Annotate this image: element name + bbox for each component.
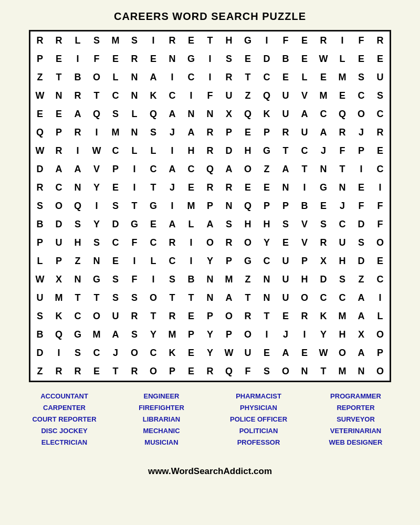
cell-4-10: X <box>219 105 238 123</box>
cell-2-13: E <box>276 68 295 87</box>
cell-0-14: E <box>295 32 314 50</box>
cell-4-18: C <box>371 105 390 123</box>
cell-18-10: Q <box>219 362 238 381</box>
cell-11-4: C <box>106 234 125 252</box>
cell-10-8: L <box>182 215 201 234</box>
cell-10-5: G <box>125 215 144 234</box>
cell-4-6: Q <box>144 105 163 123</box>
cell-9-1: O <box>49 197 68 215</box>
cell-0-11: G <box>238 32 257 50</box>
cell-1-2: I <box>68 50 87 68</box>
cell-0-15: R <box>314 32 333 50</box>
cell-2-9: I <box>201 68 219 87</box>
cell-12-3: N <box>87 252 106 270</box>
cell-0-5: S <box>125 32 144 50</box>
cell-3-3: T <box>87 87 106 105</box>
cell-13-1: X <box>49 270 68 289</box>
cell-8-18: I <box>371 178 390 197</box>
cell-16-7: M <box>163 326 182 344</box>
cell-12-11: G <box>238 252 257 270</box>
cell-15-14: R <box>295 307 314 326</box>
cell-14-16: C <box>333 289 352 307</box>
cell-8-4: E <box>106 178 125 197</box>
cell-12-4: E <box>106 252 125 270</box>
cell-0-9: T <box>201 32 219 50</box>
cell-10-4: D <box>106 215 125 234</box>
cell-5-10: P <box>219 123 238 142</box>
cell-15-16: M <box>333 307 352 326</box>
cell-7-11: O <box>238 160 257 178</box>
cell-14-0: U <box>30 289 49 307</box>
word-item: PROFESSOR <box>237 437 280 448</box>
cell-4-1: E <box>49 105 68 123</box>
cell-18-8: E <box>182 362 201 381</box>
cell-6-12: G <box>257 142 276 160</box>
cell-17-10: W <box>219 344 238 362</box>
cell-18-13: O <box>276 362 295 381</box>
cell-8-9: R <box>201 178 219 197</box>
cell-5-17: J <box>352 123 371 142</box>
cell-12-14: P <box>295 252 314 270</box>
cell-9-3: I <box>87 197 106 215</box>
cell-13-10: M <box>219 270 238 289</box>
cell-14-13: U <box>276 289 295 307</box>
cell-7-7: A <box>163 160 182 178</box>
cell-3-11: Z <box>238 87 257 105</box>
word-item: MUSICIAN <box>144 437 178 448</box>
cell-9-11: Q <box>238 197 257 215</box>
cell-10-12: H <box>257 215 276 234</box>
cell-17-11: U <box>238 344 257 362</box>
page-title: CAREERS WORD SEARCH PUZZLE <box>114 10 306 23</box>
cell-5-7: J <box>163 123 182 142</box>
cell-1-10: S <box>219 50 238 68</box>
cell-10-13: S <box>276 215 295 234</box>
word-item: VETERINARIAN <box>330 425 382 437</box>
cell-13-4: S <box>106 270 125 289</box>
cell-17-0: D <box>30 344 49 362</box>
cell-15-1: K <box>49 307 68 326</box>
cell-2-11: T <box>238 68 257 87</box>
cell-6-1: R <box>49 142 68 160</box>
cell-14-10: A <box>219 289 238 307</box>
cell-8-11: E <box>238 178 257 197</box>
cell-7-10: A <box>219 160 238 178</box>
cell-5-13: R <box>276 123 295 142</box>
cell-7-1: A <box>49 160 68 178</box>
cell-12-15: X <box>314 252 333 270</box>
cell-15-10: O <box>219 307 238 326</box>
cell-4-5: L <box>125 105 144 123</box>
cell-10-16: C <box>333 215 352 234</box>
cell-3-15: M <box>314 87 333 105</box>
cell-9-4: S <box>106 197 125 215</box>
cell-0-8: E <box>182 32 201 50</box>
cell-18-18: O <box>371 362 390 381</box>
cell-18-7: P <box>163 362 182 381</box>
cell-11-1: U <box>49 234 68 252</box>
cell-6-4: C <box>106 142 125 160</box>
cell-14-8: T <box>182 289 201 307</box>
cell-8-7: J <box>163 178 182 197</box>
cell-13-5: F <box>125 270 144 289</box>
word-item: SURVEYOR <box>337 414 375 425</box>
cell-0-2: L <box>68 32 87 50</box>
cell-17-9: Y <box>201 344 219 362</box>
cell-15-8: E <box>182 307 201 326</box>
cell-4-7: A <box>163 105 182 123</box>
cell-12-8: I <box>182 252 201 270</box>
cell-9-13: P <box>276 197 295 215</box>
cell-11-13: E <box>276 234 295 252</box>
cell-17-12: E <box>257 344 276 362</box>
word-item: POLITICIAN <box>239 425 278 437</box>
cell-9-8: M <box>182 197 201 215</box>
cell-13-15: D <box>314 270 333 289</box>
cell-13-16: S <box>333 270 352 289</box>
cell-0-10: H <box>219 32 238 50</box>
cell-18-5: R <box>125 362 144 381</box>
cell-8-0: R <box>30 178 49 197</box>
cell-13-7: S <box>163 270 182 289</box>
cell-11-6: C <box>144 234 163 252</box>
word-item: CARPENTER <box>43 402 86 414</box>
cell-9-10: N <box>219 197 238 215</box>
cell-14-17: A <box>352 289 371 307</box>
cell-14-1: M <box>49 289 68 307</box>
